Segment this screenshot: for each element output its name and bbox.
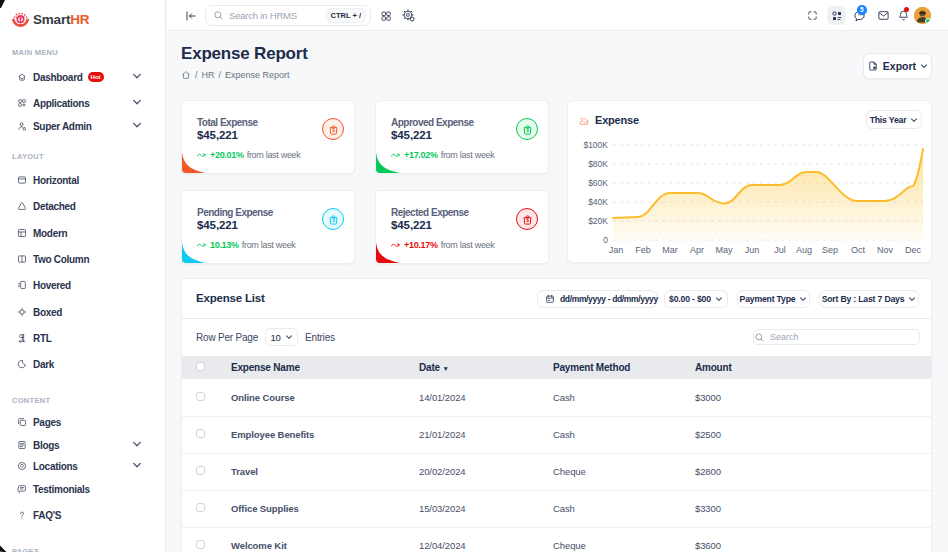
svg-text:Dec: Dec (905, 245, 922, 255)
svg-text:May: May (715, 245, 733, 255)
svg-text:Jun: Jun (745, 245, 760, 255)
svg-text:$60K: $60K (588, 178, 608, 188)
svg-text:Jul: Jul (774, 245, 786, 255)
svg-text:$20K: $20K (588, 216, 608, 226)
svg-text:Jan: Jan (609, 245, 624, 255)
svg-text:0: 0 (603, 235, 608, 245)
svg-text:Aug: Aug (796, 245, 812, 255)
svg-text:Feb: Feb (635, 245, 651, 255)
svg-text:Mar: Mar (662, 245, 678, 255)
svg-text:$100K: $100K (583, 140, 608, 150)
svg-text:Apr: Apr (690, 245, 704, 255)
svg-text:Oct: Oct (851, 245, 866, 255)
svg-text:$: $ (332, 128, 335, 133)
svg-text:$: $ (332, 218, 335, 223)
svg-text:$: $ (526, 128, 529, 133)
svg-text:$: $ (526, 218, 529, 223)
svg-text:$80K: $80K (588, 159, 608, 169)
svg-text:Nov: Nov (877, 245, 894, 255)
svg-text:Sep: Sep (822, 245, 838, 255)
svg-text:$40K: $40K (588, 197, 608, 207)
